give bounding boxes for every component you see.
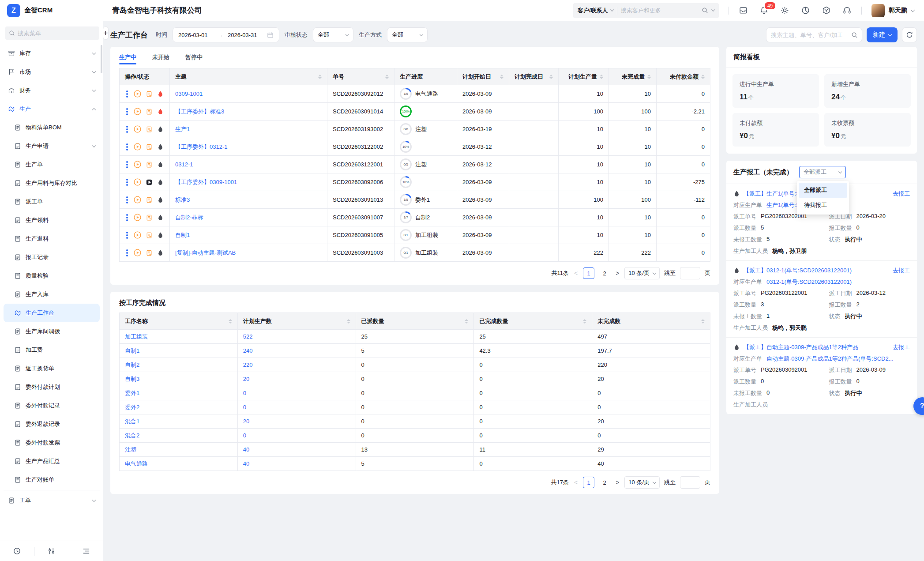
sidebar-item-outsource-pay-record[interactable]: 委外付款记录: [4, 396, 100, 415]
history-icon[interactable]: [13, 547, 21, 555]
tab-paused[interactable]: 暂停中: [185, 47, 203, 68]
play-icon[interactable]: [134, 196, 141, 203]
sort-icon[interactable]: [701, 319, 705, 324]
copy-order-icon[interactable]: [146, 161, 153, 168]
sidebar-item-warehouse-transfer[interactable]: 生产库间调拨: [4, 322, 100, 341]
tab-not-started[interactable]: 未开始: [152, 47, 169, 68]
process-name-link[interactable]: 混合2: [125, 432, 139, 439]
process-name-link[interactable]: 注塑: [125, 446, 136, 453]
next-page-button[interactable]: >: [615, 479, 620, 486]
topic-link[interactable]: 标准3: [175, 196, 190, 203]
process-name-link[interactable]: 自制2: [125, 361, 139, 368]
sidebar-item-quality-check[interactable]: 质量检验: [4, 267, 100, 285]
topic-link[interactable]: 自制1: [175, 232, 190, 238]
urgency-flame-icon[interactable]: [157, 108, 164, 115]
sort-icon[interactable]: [583, 319, 586, 324]
more-actions-icon[interactable]: [126, 164, 128, 166]
user-menu[interactable]: 郭天鹏: [871, 4, 914, 17]
sort-icon[interactable]: [318, 75, 322, 79]
menu-search-input[interactable]: [18, 30, 96, 37]
copy-order-icon[interactable]: [146, 108, 153, 115]
search-scope-select[interactable]: 客户/联系人: [578, 7, 613, 15]
plan-count-link[interactable]: 240: [243, 347, 253, 354]
topic-link[interactable]: 【工序委外】标准3: [175, 108, 224, 115]
sidebar-item-work-order[interactable]: 工单: [4, 491, 100, 510]
sidebar-item-processing-fee[interactable]: 加工费: [4, 341, 100, 359]
sidebar-item-material-return[interactable]: 生产退料: [4, 230, 100, 248]
process-name-link[interactable]: 委外2: [125, 404, 139, 410]
dispatch-title-link[interactable]: 【派工】自动主题-0309-产品成品1等2种产品: [744, 343, 889, 351]
prev-page-button[interactable]: <: [573, 479, 578, 486]
add-button[interactable]: +: [103, 26, 109, 40]
go-report-link[interactable]: 去报工: [893, 267, 910, 275]
sidebar-item-material-stock-compare[interactable]: 生产用料与库存对比: [4, 174, 100, 192]
more-actions-icon[interactable]: [126, 181, 128, 183]
sidebar-item-statement[interactable]: 生产对账单: [4, 471, 100, 489]
headset-icon[interactable]: [842, 6, 852, 15]
more-actions-icon[interactable]: [126, 199, 128, 201]
jump-input[interactable]: [680, 267, 700, 279]
page-number[interactable]: 1: [583, 267, 594, 279]
copy-order-icon[interactable]: [146, 196, 153, 203]
related-order-value[interactable]: 0312-1(单号:SCD202603122001): [766, 278, 852, 286]
urgency-flame-icon[interactable]: [157, 179, 164, 186]
plan-count-link[interactable]: 0: [243, 390, 246, 396]
play-icon[interactable]: [134, 161, 141, 168]
play-icon[interactable]: [134, 249, 141, 256]
dispatch-filter-select[interactable]: 全部派工: [799, 166, 846, 178]
sort-icon[interactable]: [229, 319, 232, 324]
sidebar-item-outsource-refund-record[interactable]: 委外退款记录: [4, 415, 100, 433]
global-search-input[interactable]: [621, 7, 698, 14]
page-size-select[interactable]: 10 条/页: [624, 476, 660, 489]
play-icon[interactable]: [134, 90, 141, 98]
plan-count-link[interactable]: 20: [243, 376, 249, 382]
topic-link[interactable]: 0312-1: [175, 161, 193, 168]
urgency-flame-icon[interactable]: [157, 90, 164, 98]
play-icon[interactable]: [134, 214, 141, 221]
audit-status-select[interactable]: 全部: [313, 27, 353, 42]
copy-order-icon[interactable]: [146, 249, 153, 256]
more-actions-icon[interactable]: [126, 111, 128, 113]
gear-icon[interactable]: [780, 6, 789, 15]
sidebar-item-production-order[interactable]: 生产单: [4, 155, 100, 174]
bell-icon[interactable]: 49: [759, 6, 769, 15]
sidebar-scrollbar[interactable]: [101, 45, 102, 73]
sidebar-item-warehousing[interactable]: 生产入库: [4, 285, 100, 304]
sidebar-item-rework-exchange[interactable]: 返工换货单: [4, 359, 100, 378]
app-logo[interactable]: Z: [7, 4, 20, 17]
plan-count-link[interactable]: 40: [243, 460, 249, 467]
urgency-flame-icon[interactable]: [157, 196, 164, 203]
sidebar-item-dispatch-order[interactable]: 派工单: [4, 192, 100, 211]
sort-icon[interactable]: [465, 319, 468, 324]
go-report-link[interactable]: 去报工: [893, 343, 910, 351]
search-icon[interactable]: [847, 28, 862, 42]
play-icon[interactable]: [134, 178, 141, 186]
copy-order-icon[interactable]: [146, 143, 153, 151]
process-name-link[interactable]: 自制1: [125, 347, 139, 354]
sidebar-item-market[interactable]: 市场: [4, 63, 100, 81]
sidebar-item-outsource-pay-invoice[interactable]: 委外付款发票: [4, 433, 100, 452]
refresh-button[interactable]: [902, 27, 917, 42]
page-number[interactable]: 2: [599, 267, 610, 279]
more-actions-icon[interactable]: [126, 128, 128, 130]
sort-icon[interactable]: [347, 319, 350, 324]
more-actions-icon[interactable]: [126, 93, 128, 95]
page-number[interactable]: 1: [583, 477, 594, 488]
dropdown-option[interactable]: 待我报工: [799, 198, 847, 213]
go-report-link[interactable]: 去报工: [893, 190, 910, 198]
plan-count-link[interactable]: 0: [243, 404, 246, 410]
sort-icon[interactable]: [500, 75, 503, 79]
jump-input[interactable]: [680, 476, 700, 489]
play-icon[interactable]: [134, 143, 141, 151]
more-actions-icon[interactable]: [126, 234, 128, 236]
plan-count-link[interactable]: 220: [243, 361, 253, 368]
cube-icon[interactable]: [822, 6, 831, 15]
sidebar-item-finance[interactable]: 财务: [4, 81, 100, 100]
sidebar-item-material-picking[interactable]: 生产领料: [4, 211, 100, 230]
play-icon[interactable]: [134, 108, 141, 115]
urgency-flame-icon[interactable]: [157, 232, 164, 239]
topic-link[interactable]: [复制]-自动主题-测试AB: [175, 249, 236, 256]
process-name-link[interactable]: 自制3: [125, 376, 139, 382]
copy-order-icon[interactable]: [146, 232, 153, 239]
dispatch-title-link[interactable]: 【派工】0312-1(单号:SCD202603122001): [744, 267, 889, 275]
